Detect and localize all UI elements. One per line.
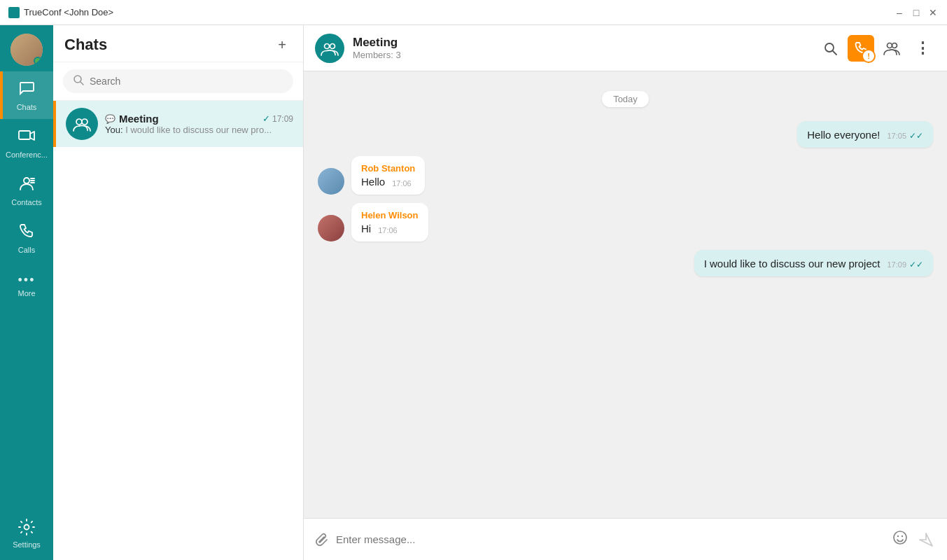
call-warning-badge: ! xyxy=(862,49,876,63)
messages-area: Today Hello everyone! 17:05 ✓✓ xyxy=(304,71,947,518)
sidebar-item-contacts[interactable]: Contacts xyxy=(0,167,53,214)
date-divider: Today xyxy=(318,91,933,107)
more-icon: ••• xyxy=(18,274,36,286)
message-row: I would like to discuss our new project … xyxy=(318,250,933,276)
svg-point-17 xyxy=(897,536,899,537)
message-time: 17:06 xyxy=(378,226,398,234)
chat-topbar-avatar xyxy=(315,34,344,63)
chat-topbar-members: Members: 3 xyxy=(353,50,808,60)
message-row: Helen Wilson Hi 17:06 xyxy=(318,203,933,241)
message-sender: Helen Wilson xyxy=(361,210,419,220)
helen-avatar xyxy=(318,215,344,241)
svg-point-9 xyxy=(82,119,87,125)
svg-point-11 xyxy=(330,43,335,48)
input-area xyxy=(304,518,947,560)
conference-icon xyxy=(17,127,36,148)
main-layout: Chats Conferenc... xyxy=(0,25,947,560)
search-container xyxy=(53,62,303,101)
svg-point-8 xyxy=(76,119,82,125)
message-bubble: Rob Stanton Hello 17:06 xyxy=(351,156,425,195)
date-chip: Today xyxy=(602,91,649,107)
send-button[interactable] xyxy=(915,528,937,551)
message-time: 17:06 xyxy=(392,179,412,188)
active-indicator xyxy=(0,71,3,119)
message-row: Rob Stanton Hello 17:06 xyxy=(318,156,933,195)
message-check-icon: ✓✓ xyxy=(909,260,923,270)
svg-rect-0 xyxy=(19,131,30,139)
chat-check-icon: ✓ xyxy=(262,113,270,124)
app-logo xyxy=(8,7,20,18)
settings-icon xyxy=(17,518,36,538)
sidebar-item-more[interactable]: ••• More xyxy=(0,262,53,309)
svg-line-13 xyxy=(833,51,836,55)
sidebar-item-label-contacts: Contacts xyxy=(11,198,41,206)
call-button[interactable]: ! xyxy=(848,35,874,62)
svg-point-10 xyxy=(325,43,330,48)
emoji-button[interactable] xyxy=(892,530,908,549)
message-text: Hi xyxy=(361,223,371,234)
titlebar-app-info: TrueConf <John Doe> xyxy=(8,7,113,18)
message-footer: 17:09 ✓✓ xyxy=(887,260,923,270)
message-sender: Rob Stanton xyxy=(361,163,415,174)
chat-avatar-meeting xyxy=(66,108,98,140)
titlebar: TrueConf <John Doe> – □ ✕ xyxy=(0,0,947,25)
message-footer: 17:05 ✓✓ xyxy=(887,131,923,141)
svg-point-12 xyxy=(825,43,834,52)
attach-button[interactable] xyxy=(314,532,329,547)
app-title: TrueConf <John Doe> xyxy=(24,7,113,18)
sidebar-item-calls[interactable]: Calls xyxy=(0,214,53,262)
window-controls[interactable]: – □ ✕ xyxy=(894,7,939,18)
message-bubble: Helen Wilson Hi 17:06 xyxy=(351,203,428,241)
online-status-dot xyxy=(34,57,42,65)
sidebar-item-label-chats: Chats xyxy=(17,103,37,111)
search-box xyxy=(63,69,293,93)
message-bubble: I would like to discuss our new project … xyxy=(694,250,933,276)
chat-info-meeting: 💬 Meeting ✓ 17:09 You: I would like to d… xyxy=(105,113,293,135)
chats-panel: Chats + xyxy=(53,25,304,560)
chat-preview-meeting: You: I would like to discuss our new pro… xyxy=(105,125,293,135)
message-time: 17:09 xyxy=(887,260,906,269)
chat-topbar: Meeting Members: 3 ! xyxy=(304,25,947,71)
maximize-button[interactable]: □ xyxy=(911,7,922,18)
search-input[interactable] xyxy=(90,76,283,87)
svg-point-18 xyxy=(902,536,903,537)
sidebar-item-label-calls: Calls xyxy=(18,246,35,254)
svg-point-1 xyxy=(24,178,29,183)
sidebar-item-conference[interactable]: Conferenc... xyxy=(0,119,53,167)
sidebar-item-label-conference: Conferenc... xyxy=(6,150,48,159)
close-button[interactable]: ✕ xyxy=(927,7,939,18)
message-bubble: Hello everyone! 17:05 ✓✓ xyxy=(797,121,933,148)
chat-main: Meeting Members: 3 ! xyxy=(304,25,947,560)
sidebar-item-label-more: More xyxy=(17,289,35,298)
message-row: Hello everyone! 17:05 ✓✓ xyxy=(318,121,933,148)
more-options-button[interactable]: ⋮ xyxy=(909,35,936,62)
chat-topbar-name: Meeting xyxy=(353,36,808,50)
settings-label: Settings xyxy=(13,540,41,549)
message-input[interactable] xyxy=(336,533,885,545)
avatar[interactable] xyxy=(10,34,43,66)
message-footer: 17:06 xyxy=(392,179,412,188)
svg-line-7 xyxy=(80,82,83,85)
search-icon xyxy=(73,74,84,88)
search-chat-button[interactable] xyxy=(817,35,843,62)
sidebar-item-chats[interactable]: Chats xyxy=(0,71,53,119)
chats-panel-title: Chats xyxy=(64,36,107,54)
svg-point-5 xyxy=(24,525,29,530)
group-chat-icon: 💬 xyxy=(105,114,115,124)
rob-avatar xyxy=(318,168,344,195)
message-text: I would like to discuss our new project xyxy=(704,258,881,270)
chat-name-row: 💬 Meeting ✓ 17:09 xyxy=(105,113,293,125)
chat-topbar-info: Meeting Members: 3 xyxy=(353,36,808,60)
svg-point-14 xyxy=(888,43,892,48)
you-label: You: xyxy=(105,125,125,135)
message-text: Hello everyone! xyxy=(807,129,880,141)
add-chat-button[interactable]: + xyxy=(272,35,292,55)
minimize-button[interactable]: – xyxy=(894,7,905,18)
chat-item-meeting[interactable]: 💬 Meeting ✓ 17:09 You: I would like to d… xyxy=(53,101,303,147)
settings-button[interactable]: Settings xyxy=(0,510,53,557)
contacts-icon xyxy=(17,174,36,195)
chat-list: 💬 Meeting ✓ 17:09 You: I would like to d… xyxy=(53,101,303,560)
members-button[interactable] xyxy=(878,35,905,62)
message-footer: 17:06 xyxy=(378,226,398,234)
calls-icon xyxy=(17,222,36,243)
